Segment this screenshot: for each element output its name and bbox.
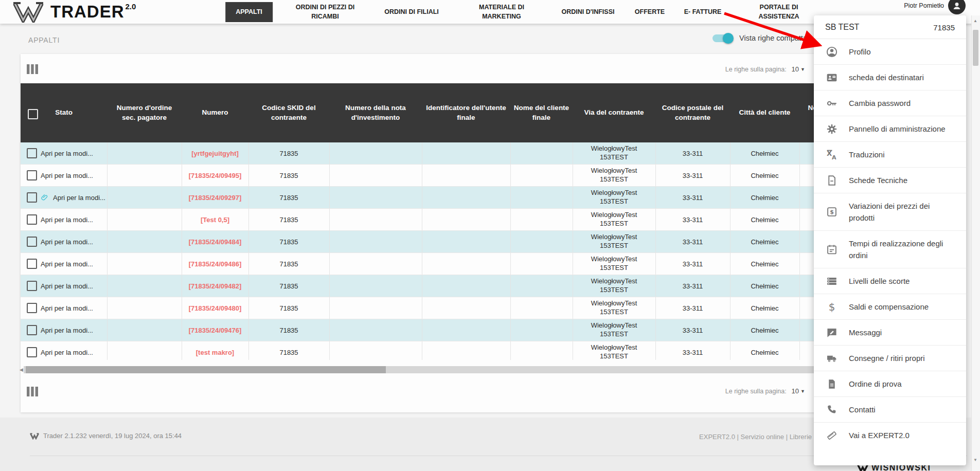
- cell-codice-skid: 71835: [248, 319, 329, 341]
- cell-nota-investimento: [329, 231, 422, 253]
- menu-item-cambia-password[interactable]: Cambia password: [814, 90, 966, 116]
- menu-item-messaggi[interactable]: Messaggi: [814, 320, 966, 346]
- row-status-link[interactable]: Apri per la modi...: [41, 238, 93, 246]
- numero-link[interactable]: [test makro]: [196, 349, 234, 356]
- row-checkbox[interactable]: [27, 214, 37, 225]
- menu-item-profilo[interactable]: Profilo: [814, 39, 966, 65]
- cell-nome-cliente-finale: [510, 187, 573, 209]
- avatar[interactable]: [948, 0, 966, 14]
- numero-link[interactable]: [71835/24/09486]: [189, 260, 242, 268]
- menu-item-label: Contatti: [849, 404, 876, 415]
- menu-item-traduzioni[interactable]: XATraduzioni: [814, 142, 966, 168]
- horizontal-scrollbar-thumb[interactable]: [26, 366, 386, 373]
- rows-per-page-select[interactable]: 10▼: [792, 387, 805, 395]
- svg-text:A: A: [832, 154, 836, 160]
- nav-item-ordini-di-filiali[interactable]: ORDINI DI FILIALI: [383, 0, 440, 24]
- menu-item-ordine-di-prova[interactable]: Ordine di prova: [814, 371, 966, 397]
- row-checkbox[interactable]: [27, 281, 37, 291]
- row-checkbox[interactable]: [27, 325, 37, 335]
- row-status-link[interactable]: Apri per la modi...: [41, 150, 93, 157]
- row-checkbox[interactable]: [27, 237, 37, 247]
- column-header: Numero della nota d'investimento: [329, 83, 422, 142]
- menu-item-livelli-delle-scorte[interactable]: Livelli delle scorte: [814, 268, 966, 294]
- menu-item-contatti[interactable]: Contatti: [814, 397, 966, 423]
- nav-item-ordini-di-pezzi-di-ricambi[interactable]: ORDINI DI PEZZI DI RICAMBI: [281, 0, 369, 24]
- gear-icon: [826, 123, 838, 135]
- numero-link[interactable]: [yrtfgejuitgyht]: [191, 150, 239, 157]
- menu-item-pannello-di-amministrazione[interactable]: Pannello di amministrazione: [814, 116, 966, 142]
- calendar-icon: [826, 244, 838, 255]
- cell-numero[interactable]: [Test 0,5]: [182, 209, 248, 231]
- scroll-down-arrow-icon[interactable]: ▼: [973, 458, 977, 462]
- nav-item-materiale-di-marketing[interactable]: MATERIALE DI MARKETING: [463, 0, 540, 24]
- menu-item-consegne-ritiri-propri[interactable]: Consegne / ritiri propri: [814, 346, 966, 371]
- row-status-link[interactable]: Apri per la modi...: [41, 282, 93, 290]
- account-dropdown-header: SB TEST 71835: [814, 15, 966, 39]
- cell-numero[interactable]: [71835/24/09482]: [182, 275, 248, 297]
- nav-item-appalti[interactable]: APPALTI: [225, 2, 273, 22]
- row-status-link[interactable]: Apri per la modi...: [41, 349, 93, 356]
- scroll-up-arrow-icon[interactable]: ▲: [973, 19, 977, 23]
- cell-numero-ordine-pagatore: [107, 319, 182, 341]
- cell-codice-skid: 71835: [248, 253, 329, 275]
- vertical-scrollbar[interactable]: ▲ ▼: [971, 15, 980, 471]
- cell-codice-skid: 71835: [248, 209, 329, 231]
- row-status-link[interactable]: Apri per la modi...: [53, 194, 105, 202]
- row-status-link[interactable]: Apri per la modi...: [41, 260, 93, 268]
- column-header: Nome del cliente finale: [510, 83, 573, 142]
- cell-numero[interactable]: [71835/24/09297]: [182, 187, 248, 209]
- rows-per-page-select[interactable]: 10▼: [792, 65, 805, 73]
- numero-link[interactable]: [71835/24/09484]: [189, 238, 242, 246]
- menu-item-tempi-di-realizzazione-degli-ordini[interactable]: Tempi di realizzazione degli ordini: [814, 231, 966, 268]
- select-all-checkbox[interactable]: [28, 109, 38, 119]
- paperclip-icon: [41, 193, 49, 202]
- row-status-link[interactable]: Apri per la modi...: [41, 216, 93, 224]
- cell-citta-cliente: Chełmiec: [730, 187, 799, 209]
- compact-view-toggle[interactable]: [712, 34, 732, 42]
- cell-codice-skid: 71835: [248, 275, 329, 297]
- nav-item-portale-di-assistenza[interactable]: PORTALE DI ASSISTENZA: [745, 0, 812, 24]
- columns-icon[interactable]: [27, 387, 38, 396]
- cell-numero[interactable]: [71835/24/09486]: [182, 253, 248, 275]
- nav-item-e-fatture[interactable]: E- FATTURE: [682, 0, 723, 24]
- cell-nota-investimento: [329, 165, 422, 187]
- cell-numero[interactable]: [71835/24/09480]: [182, 297, 248, 319]
- cell-numero[interactable]: [71835/24/09484]: [182, 231, 248, 253]
- menu-item-scheda-dei-destinatari[interactable]: scheda dei destinatari: [814, 65, 966, 90]
- menu-item-saldi-e-compensazione[interactable]: $Saldi e compensazione: [814, 294, 966, 320]
- scroll-left-arrow-icon[interactable]: ◀: [20, 367, 23, 372]
- numero-link[interactable]: [71835/24/09480]: [189, 304, 242, 312]
- cell-numero-ordine-pagatore: [107, 209, 182, 231]
- cell-codice-skid: 71835: [248, 187, 329, 209]
- stock-levels-icon: [826, 276, 838, 287]
- numero-link[interactable]: [71835/24/09482]: [189, 282, 242, 290]
- nav-item-ordini-d-infissi[interactable]: ORDINI D'INFISSI: [559, 0, 618, 24]
- columns-icon[interactable]: [27, 64, 38, 74]
- row-checkbox[interactable]: [27, 347, 37, 357]
- cell-numero[interactable]: [yrtfgejuitgyht]: [182, 142, 248, 165]
- menu-item-variazioni-dei-prezzi-dei-prodotti[interactable]: $Variazioni dei prezzi dei prodotti: [814, 193, 966, 231]
- vertical-scrollbar-thumb[interactable]: [973, 30, 978, 66]
- numero-link[interactable]: [71835/24/09297]: [189, 194, 242, 202]
- row-checkbox[interactable]: [27, 192, 37, 203]
- numero-link[interactable]: [71835/24/09476]: [189, 327, 242, 334]
- row-status-link[interactable]: Apri per la modi...: [41, 327, 93, 334]
- footer-links[interactable]: EXPERT2.0 | Servizio online | Librerie: [699, 433, 812, 441]
- row-checkbox[interactable]: [27, 303, 37, 313]
- nav-item-offerte[interactable]: OFFERTE: [627, 0, 673, 24]
- row-checkbox[interactable]: [27, 148, 37, 158]
- menu-item-label: Schede Tecniche: [849, 174, 907, 186]
- row-checkbox[interactable]: [27, 170, 37, 180]
- cell-numero[interactable]: [test makro]: [182, 341, 248, 360]
- horizontal-scrollbar[interactable]: ◀: [24, 366, 818, 373]
- cell-numero[interactable]: [71835/24/09476]: [182, 319, 248, 341]
- numero-link[interactable]: [Test 0,5]: [201, 216, 229, 224]
- cell-citta-cliente: Chełmiec: [730, 231, 799, 253]
- numero-link[interactable]: [71835/24/09495]: [189, 172, 242, 179]
- row-checkbox[interactable]: [27, 259, 37, 269]
- row-status-link[interactable]: Apri per la modi...: [41, 304, 93, 312]
- cell-numero[interactable]: [71835/24/09495]: [182, 165, 248, 187]
- menu-item-schede-tecniche[interactable]: Schede Tecniche: [814, 168, 966, 193]
- row-status-link[interactable]: Apri per la modi...: [41, 172, 93, 179]
- menu-item-vai-a-expert2-0[interactable]: Vai a EXPERT2.0: [814, 423, 966, 448]
